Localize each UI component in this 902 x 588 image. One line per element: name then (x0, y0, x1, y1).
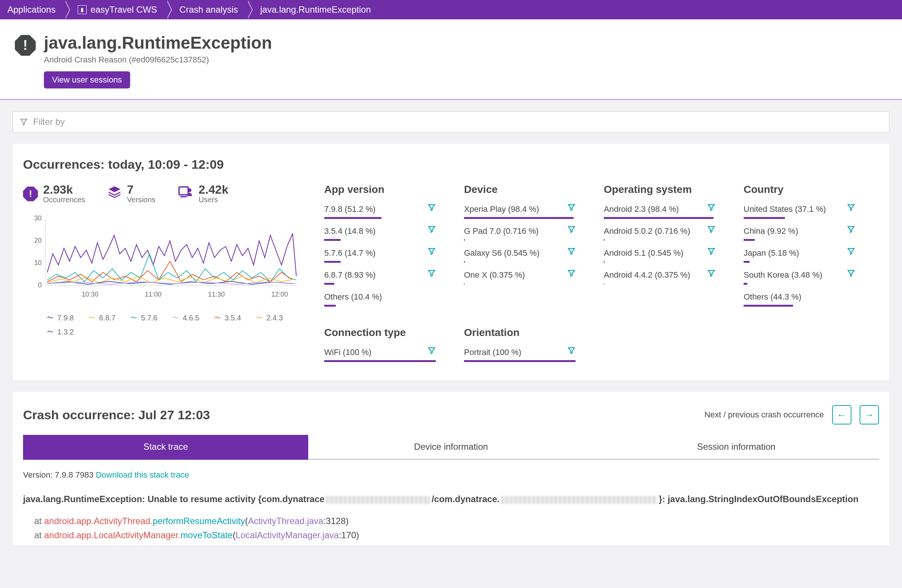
filter-icon[interactable] (847, 247, 855, 258)
next-crash-button[interactable]: → (860, 405, 879, 424)
xtick: 12:00 (271, 291, 288, 298)
legend-item[interactable]: 〜7.9.8 (47, 313, 74, 322)
breadcrumb-app[interactable]: ▮easyTravel CWS (64, 0, 166, 19)
stat-value: 7 (127, 184, 155, 195)
group-item: Japan (5.18 %) (744, 246, 855, 259)
bar-fill (744, 239, 755, 241)
breadcrumb-current: java.lang.RuntimeException (247, 0, 380, 19)
legend-item[interactable]: 〜3.5.4 (214, 313, 241, 322)
legend-item[interactable]: 〜1.3.2 (47, 327, 74, 336)
bar-track (604, 283, 716, 285)
group-item-label: WiFi (100 %) (324, 345, 371, 358)
filter-icon[interactable] (847, 225, 855, 236)
bar-fill (744, 217, 785, 219)
legend-swatch-icon: 〜 (47, 313, 53, 322)
legend-swatch-icon: 〜 (172, 313, 179, 322)
filter-icon[interactable] (707, 247, 716, 258)
prev-crash-button[interactable]: ← (832, 405, 852, 424)
filter-icon[interactable] (847, 269, 855, 280)
group-item-label: Others (10.4 %) (324, 290, 382, 303)
filter-icon[interactable] (847, 203, 855, 214)
filter-input[interactable]: Filter by (13, 111, 889, 133)
bar-track (604, 261, 716, 263)
filter-icon[interactable] (428, 247, 436, 258)
redacted-text (326, 496, 430, 504)
bar-fill (744, 305, 793, 307)
bar-fill (464, 261, 465, 263)
bar-track (464, 283, 576, 285)
group-title: Orientation (464, 327, 576, 339)
versions-icon (108, 185, 122, 203)
legend-label: 4.6.5 (183, 314, 199, 322)
filter-icon[interactable] (428, 225, 436, 236)
group-item-label: China (9.92 %) (744, 224, 798, 237)
group-item-label: Japan (5.18 %) (744, 246, 799, 259)
tab-device-info[interactable]: Device information (308, 435, 594, 460)
bar-track (744, 283, 855, 285)
bar-track (324, 217, 436, 219)
stack-line: at android.app.LocalActivityManager.move… (23, 528, 879, 542)
xtick: 10:30 (81, 291, 98, 298)
group-item: Galaxy S6 (0.545 %) (464, 246, 576, 259)
group-item-label: One X (0.375 %) (464, 268, 525, 281)
group-item-label: Galaxy S6 (0.545 %) (464, 246, 539, 259)
filter-icon[interactable] (567, 269, 576, 280)
bar-fill (604, 283, 604, 285)
svg-rect-0 (179, 187, 188, 195)
group-appVersion: App version 7.9.8 (51.2 %) 3.5.4 (14.8 %… (324, 184, 436, 312)
group-item: China (9.92 %) (744, 224, 855, 237)
filter-icon[interactable] (707, 225, 716, 236)
group-item-label: Android 5.0.2 (0.716 %) (604, 224, 690, 237)
legend-label: 5.7.6 (141, 314, 157, 322)
bar-track (464, 261, 576, 263)
filter-icon[interactable] (707, 203, 716, 214)
group-country: Country United States (37.1 %) China (9.… (744, 184, 855, 312)
group-item-label: Portrait (100 %) (464, 345, 521, 358)
group-item-label: South Korea (3.48 %) (744, 268, 822, 281)
legend-swatch-icon: 〜 (256, 313, 263, 322)
group-title: Operating system (604, 184, 716, 195)
legend-label: 6.8.7 (99, 314, 115, 322)
filter-icon[interactable] (428, 203, 436, 214)
occurrences-title: Occurrences: today, 10:09 - 12:09 (23, 157, 879, 172)
bar-track (324, 239, 436, 241)
tab-session-info[interactable]: Session information (594, 435, 879, 460)
trace-version: Version: 7.9.8 7983 (23, 470, 96, 480)
bar-fill (324, 239, 341, 241)
group-item-label: Xperia Play (98.4 %) (464, 202, 539, 215)
group-item: Android 5.0.2 (0.716 %) (604, 224, 716, 237)
legend-item[interactable]: 〜5.7.6 (130, 313, 157, 322)
filter-icon[interactable] (567, 247, 576, 258)
crash-occurrence-panel: Crash occurrence: Jul 27 12:03 Next / pr… (13, 392, 889, 546)
breadcrumb: Applications ▮easyTravel CWS Crash analy… (0, 0, 902, 19)
group-item: South Korea (3.48 %) (744, 268, 855, 281)
occurrences-chart: 30 20 10 0 10:30 11:00 11:30 12 (23, 213, 302, 336)
group-item: G Pad 7.0 (0.716 %) (464, 224, 576, 237)
bar-fill (324, 217, 382, 219)
breadcrumb-applications[interactable]: Applications (0, 0, 64, 19)
ytick: 20 (34, 237, 42, 244)
filter-icon[interactable] (428, 269, 436, 280)
legend-item[interactable]: 〜4.6.5 (172, 313, 199, 322)
view-user-sessions-button[interactable]: View user sessions (44, 71, 130, 88)
bar-fill (464, 360, 576, 362)
filter-icon[interactable] (707, 269, 716, 280)
bar-fill (324, 360, 436, 362)
download-stack-trace-link[interactable]: Download this stack trace (96, 470, 189, 480)
group-item: One X (0.375 %) (464, 268, 576, 281)
legend-item[interactable]: 〜6.8.7 (88, 313, 115, 322)
filter-icon[interactable] (567, 203, 576, 214)
filter-icon[interactable] (428, 346, 436, 357)
stack-line: at android.app.ActivityThread.performRes… (23, 514, 879, 528)
filter-icon[interactable] (567, 346, 576, 357)
filter-placeholder: Filter by (33, 117, 65, 127)
bar-track (324, 305, 436, 307)
breadcrumb-crash-analysis[interactable]: Crash analysis (166, 0, 247, 19)
filter-icon[interactable] (567, 225, 576, 236)
crash-title: Crash occurrence: Jul 27 12:03 (23, 408, 210, 422)
legend-item[interactable]: 〜2.4.3 (256, 313, 283, 322)
group-item: Android 4.4.2 (0.375 %) (604, 268, 716, 281)
bar-fill (464, 283, 464, 285)
group-item: Portrait (100 %) (464, 345, 576, 358)
tab-stack-trace[interactable]: Stack trace (23, 435, 308, 460)
